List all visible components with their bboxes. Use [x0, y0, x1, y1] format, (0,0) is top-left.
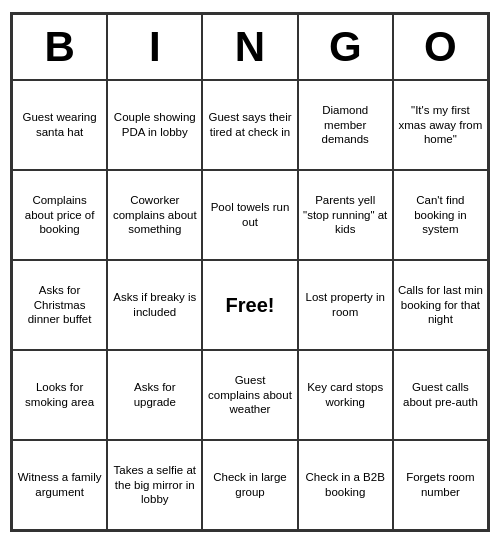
bingo-cell-22[interactable]: Check in large group: [202, 440, 297, 530]
bingo-cell-0[interactable]: Guest wearing santa hat: [12, 80, 107, 170]
bingo-cell-20[interactable]: Witness a family argument: [12, 440, 107, 530]
bingo-cell-3[interactable]: Diamond member demands: [298, 80, 393, 170]
bingo-cell-24[interactable]: Forgets room number: [393, 440, 488, 530]
bingo-card: BINGO Guest wearing santa hatCouple show…: [10, 12, 490, 532]
bingo-cell-23[interactable]: Check in a B2B booking: [298, 440, 393, 530]
bingo-cell-10[interactable]: Asks for Christmas dinner buffet: [12, 260, 107, 350]
bingo-cell-15[interactable]: Looks for smoking area: [12, 350, 107, 440]
bingo-cell-13[interactable]: Lost property in room: [298, 260, 393, 350]
bingo-cell-7[interactable]: Pool towels run out: [202, 170, 297, 260]
bingo-cell-18[interactable]: Key card stops working: [298, 350, 393, 440]
header-letter-i: I: [107, 14, 202, 80]
header-letter-o: O: [393, 14, 488, 80]
bingo-cell-19[interactable]: Guest calls about pre-auth: [393, 350, 488, 440]
bingo-header: BINGO: [12, 14, 488, 80]
bingo-cell-12[interactable]: Free!: [202, 260, 297, 350]
bingo-cell-17[interactable]: Guest complains about weather: [202, 350, 297, 440]
bingo-cell-11[interactable]: Asks if breaky is included: [107, 260, 202, 350]
bingo-cell-16[interactable]: Asks for upgrade: [107, 350, 202, 440]
bingo-cell-8[interactable]: Parents yell "stop running" at kids: [298, 170, 393, 260]
bingo-cell-9[interactable]: Can't find booking in system: [393, 170, 488, 260]
bingo-cell-2[interactable]: Guest says their tired at check in: [202, 80, 297, 170]
bingo-grid: Guest wearing santa hatCouple showing PD…: [12, 80, 488, 530]
bingo-cell-6[interactable]: Coworker complains about something: [107, 170, 202, 260]
bingo-cell-1[interactable]: Couple showing PDA in lobby: [107, 80, 202, 170]
bingo-cell-14[interactable]: Calls for last min booking for that nigh…: [393, 260, 488, 350]
header-letter-n: N: [202, 14, 297, 80]
header-letter-g: G: [298, 14, 393, 80]
bingo-cell-5[interactable]: Complains about price of booking: [12, 170, 107, 260]
bingo-cell-4[interactable]: "It's my first xmas away from home": [393, 80, 488, 170]
bingo-cell-21[interactable]: Takes a selfie at the big mirror in lobb…: [107, 440, 202, 530]
header-letter-b: B: [12, 14, 107, 80]
